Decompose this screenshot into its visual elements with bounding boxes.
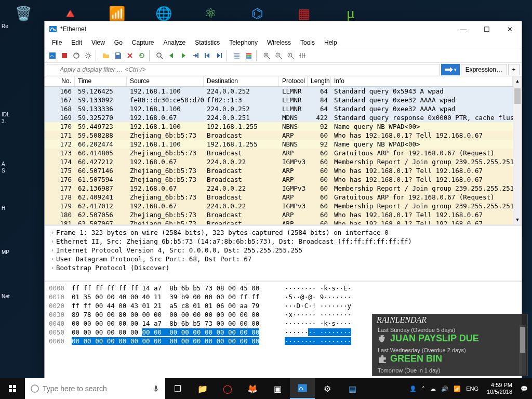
menu-tools[interactable]: Tools [296,38,319,47]
taskbar-explorer-icon[interactable]: 📁 [190,378,215,399]
tree-item[interactable]: ›User Datagram Protocol, Src Port: 68, D… [49,255,517,263]
taskbar-wireshark-icon[interactable] [290,378,315,399]
zoom-out-icon[interactable] [273,50,284,61]
packet-row[interactable]: 17460.427212192.168.0.67224.0.0.22IGMPv3… [45,157,513,166]
column-destination[interactable]: Destination [204,76,279,86]
tray-cloud-icon[interactable]: ☁ [430,385,436,392]
packet-row[interactable]: 17560.507146Zhejiang_6b:b5:73BroadcastAR… [45,166,513,175]
column-length[interactable]: Length [308,76,331,86]
taskbar-app-icon[interactable]: ▤ [340,378,365,399]
expand-icon[interactable]: › [49,256,56,262]
taskbar-settings-icon[interactable]: ⚙ [315,378,340,399]
mic-icon[interactable] [152,384,160,393]
menu-go[interactable]: Go [110,38,127,47]
resize-cols-icon[interactable] [297,50,308,61]
packet-row[interactable]: 16959.325270192.168.0.67224.0.0.251MDNS4… [45,113,513,122]
packet-row[interactable]: 17059.449723192.168.1.100192.168.1.255NB… [45,122,513,131]
column-header[interactable]: No.TimeSourceDestinationProtocolLengthIn… [45,76,513,87]
packet-row[interactable]: 18163.507067Zhejiang_6b:b5:73BroadcastAR… [45,219,513,224]
packet-row[interactable]: 17962.417012192.168.0.67224.0.0.22IGMPv3… [45,202,513,210]
expand-icon[interactable]: › [49,247,56,254]
tray-notifications-icon[interactable]: 💬 [521,385,528,392]
column-source[interactable]: Source [127,76,204,86]
expression-button[interactable]: Expression… [461,64,507,75]
tray-language[interactable]: ENG [466,385,478,392]
colorize-icon[interactable] [243,50,255,61]
autoscroll-icon[interactable] [231,50,243,61]
packet-row[interactable]: 18062.507056Zhejiang_6b:b5:73BroadcastAR… [45,210,513,219]
system-tray[interactable]: 👤 ˄ ☁ 🔊 📶 ENG 4:59 PM10/5/2018 💬 [405,382,532,395]
close-file-icon[interactable] [124,50,136,61]
packet-list-pane[interactable]: No.TimeSourceDestinationProtocolLengthIn… [45,76,522,226]
column-time[interactable]: Time [75,76,127,86]
rainlendar-widget[interactable]: RAINLENDAR Last Sunday (Overdue 5 days) … [372,314,528,376]
menu-statistics[interactable]: Statistics [191,38,224,47]
reload-icon[interactable] [136,50,148,61]
taskbar-terminal-icon[interactable]: ▣ [265,378,290,399]
packet-row[interactable]: 16859.133336192.168.1.100224.0.0.252LLMN… [45,104,513,113]
settings-icon[interactable] [83,50,94,61]
search-input[interactable] [43,384,149,393]
column-info[interactable]: Info [331,76,513,86]
close-button[interactable]: ✕ [498,21,522,37]
fin-icon[interactable] [47,50,58,61]
packet-row[interactable]: 17862.409241Zhejiang_6b:b5:73BroadcastAR… [45,193,513,202]
hex-line[interactable]: 0020ff ff 00 44 00 43 01 21 a5 c8 01 01 … [49,302,517,311]
zoom-reset-icon[interactable]: 1 [285,50,296,61]
taskbar-opera-icon[interactable]: ◯ [215,378,240,399]
tray-volume-icon[interactable]: 🔊 [441,385,448,392]
apply-filter-button[interactable]: ▾ [441,64,460,75]
expand-icon[interactable]: › [49,229,56,236]
event-title[interactable]: GREEN BIN [378,353,522,364]
expand-icon[interactable]: › [49,264,56,271]
restart-icon[interactable] [71,50,82,61]
menu-view[interactable]: View [87,38,109,47]
hex-line[interactable]: 0000ff ff ff ff ff ff 14 a7 8b 6b b5 73 … [49,284,517,293]
tray-clock[interactable]: 4:59 PM10/5/2018 [484,382,515,395]
menu-telephony[interactable]: Telephony [225,38,262,47]
zoom-in-icon[interactable] [261,50,272,61]
tray-wifi-icon[interactable]: 📶 [454,385,461,392]
packet-row[interactable]: 17762.136987192.168.0.67224.0.0.22IGMPv3… [45,184,513,193]
tree-item[interactable]: ›Bootstrap Protocol (Discover) [49,263,517,272]
packet-row[interactable]: 17661.507594Zhejiang_6b:b5:73BroadcastAR… [45,175,513,184]
maximize-button[interactable]: ☐ [475,21,498,37]
packet-row[interactable]: 16659.126425192.168.1.100224.0.0.252LLMN… [45,87,513,96]
open-icon[interactable] [100,50,112,61]
prev-icon[interactable] [166,50,177,61]
event-title[interactable]: JUAN PAYSLIP DUE [378,333,522,344]
packet-row[interactable]: 17159.508288Zhejiang_6b:b5:73BroadcastAR… [45,131,513,140]
hex-line[interactable]: 001001 35 00 00 40 00 40 11 39 b9 00 00 … [49,293,517,302]
vertical-scrollbar[interactable]: ▲▼ [513,76,522,224]
recycle-bin-icon[interactable]: 🗑️ [10,2,36,25]
jump-icon[interactable] [190,50,201,61]
menu-capture[interactable]: Capture [128,38,158,47]
packet-row[interactable]: 17260.202474192.168.1.100192.168.1.255NB… [45,140,513,149]
menu-analyze[interactable]: Analyze [159,38,190,47]
taskbar-firefox-icon[interactable]: 🦊 [240,378,265,399]
minimize-button[interactable]: — [451,21,475,37]
last-icon[interactable] [214,50,225,61]
next-icon[interactable] [178,50,189,61]
task-view-button[interactable]: ❐ [165,378,190,399]
find-icon[interactable] [154,50,165,61]
tree-item[interactable]: ›Frame 1: 323 bytes on wire (2584 bits),… [49,228,517,237]
menu-help[interactable]: Help [320,38,341,47]
display-filter-input[interactable] [47,64,440,75]
packet-row[interactable]: 17360.414805Zhejiang_6b:b5:73BroadcastAR… [45,149,513,157]
stop-icon[interactable] [59,50,70,61]
packet-details-pane[interactable]: ›Frame 1: 323 bytes on wire (2584 bits),… [45,226,522,282]
tray-people-icon[interactable]: 👤 [409,385,417,392]
menu-edit[interactable]: Edit [67,38,86,47]
column-protocol[interactable]: Protocol [279,76,308,86]
column-no[interactable]: No. [45,76,75,86]
titlebar[interactable]: *Ethernet — ☐ ✕ [45,21,522,37]
tree-item[interactable]: ›Ethernet II, Src: Zhejiang_6b:b5:73 (14… [49,237,517,246]
start-button[interactable] [0,378,25,399]
taskbar-search[interactable] [25,378,165,399]
tree-item[interactable]: ›Internet Protocol Version 4, Src: 0.0.0… [49,246,517,255]
menu-file[interactable]: File [48,38,66,47]
add-filter-button[interactable]: + [508,64,520,75]
tray-chevron-up-icon[interactable]: ˄ [422,385,425,392]
packet-row[interactable]: 16759.133092fe80::dc30:ce50:d70…ff02::1:… [45,96,513,104]
